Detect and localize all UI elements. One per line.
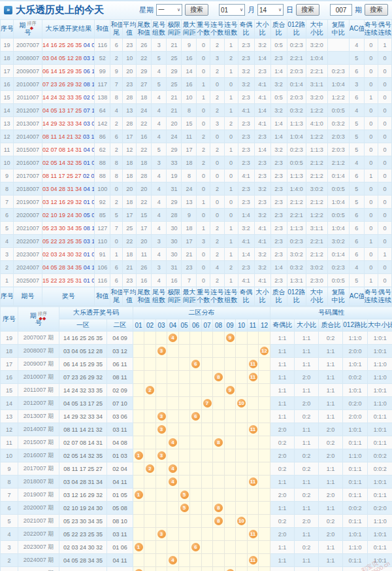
- value-cell: 9: [182, 39, 197, 52]
- value-cell: 2:1:2: [327, 156, 349, 169]
- value-cell: 0: [378, 222, 391, 235]
- value-cell: 1:4: [270, 261, 287, 274]
- distribution-cell: [133, 410, 144, 423]
- period-cell: 2009007 期: [18, 358, 59, 371]
- table-row: 92017007 期08 11 17 25 2702 04240:20:21:1…: [1, 462, 392, 476]
- attr-value-cell: 1:1: [295, 554, 319, 567]
- value-cell: 2:3: [270, 182, 287, 196]
- issue-input[interactable]: [330, 4, 352, 16]
- group-header-attributes: 号码属性: [270, 307, 392, 319]
- distribution-cell: [167, 449, 179, 462]
- back-number-ball: 1: [135, 491, 143, 499]
- distribution-cell: [259, 489, 270, 502]
- value-cell: 24: [182, 182, 197, 196]
- column-header-sortable[interactable]: 期排序◆◆号: [18, 307, 59, 332]
- value-cell: 2: [110, 52, 123, 65]
- value-cell: 0: [378, 104, 391, 117]
- value-cell: 6: [349, 209, 364, 222]
- distribution-cell: [167, 397, 179, 410]
- value-cell: 3:2: [254, 39, 270, 52]
- distribution-cell: [202, 541, 213, 554]
- column-header: 和值尾: [110, 20, 123, 39]
- value-cell: 25: [123, 222, 137, 235]
- value-cell: 0:0:5: [327, 274, 349, 287]
- distribution-cell: [167, 384, 179, 397]
- value-cell: 2:3: [254, 65, 270, 78]
- value-cell: 3:0:2: [287, 248, 306, 261]
- seq-cell: 14: [1, 104, 14, 117]
- front-zone-cell: 15 22 23 25 31: [59, 567, 107, 571]
- dist-col-header: 12: [259, 319, 270, 332]
- distribution-cell: [236, 462, 248, 476]
- back-zone-cell: 04 11: [107, 476, 133, 489]
- distribution-cell: [167, 358, 179, 371]
- value-cell: 22: [137, 117, 152, 130]
- table-row: 152011007 期14 24 32 33 3502 09291:11:11:…: [1, 384, 392, 397]
- back-zone-cell: 03 11: [107, 528, 133, 541]
- value-cell: 2:1:2: [306, 169, 327, 182]
- distribution-cell: [225, 528, 236, 541]
- value-cell: 20: [137, 182, 152, 196]
- distribution-cell: [259, 410, 270, 423]
- distribution-cell: [156, 358, 167, 371]
- header-text: 期: [20, 22, 26, 29]
- column-header: 012路比: [287, 287, 306, 306]
- period-cell: 2019007: [14, 196, 42, 209]
- column-header: 大中小比: [306, 20, 327, 39]
- value-cell: 17: [137, 222, 152, 235]
- back-zone-cell: 03 06: [107, 410, 133, 423]
- attr-value-cell: 0:2: [319, 515, 343, 528]
- back-number-ball: 11: [249, 360, 257, 368]
- attr-value-cell: 0:2: [270, 515, 295, 528]
- back-number-ball: 11: [249, 425, 257, 434]
- distribution-cell: [236, 554, 248, 567]
- value-cell: 4: [152, 169, 167, 182]
- day-select[interactable]: 14 ∨: [257, 4, 284, 16]
- header-line: 值: [123, 29, 136, 37]
- result-cell: 14 29 32 33 34 03 06: [42, 117, 95, 130]
- value-cell: 99: [95, 65, 110, 78]
- issue-search-button[interactable]: 搜索: [365, 4, 388, 16]
- value-cell: 0: [378, 130, 391, 143]
- attr-col-header: 奇偶比: [270, 319, 295, 332]
- week-search-button[interactable]: 搜索: [185, 4, 208, 16]
- value-cell: 9: [182, 209, 197, 222]
- distribution-cell: [156, 502, 167, 515]
- sort-label[interactable]: 排序: [38, 311, 47, 316]
- month-select[interactable]: 01 ∨: [219, 4, 245, 16]
- value-cell: 0: [378, 52, 391, 65]
- attr-value-cell: 2:0: [319, 528, 343, 541]
- front-zone-cell: 08 11 14 21 32: [59, 423, 107, 436]
- seq-cell: 3: [1, 248, 14, 261]
- date-search-button[interactable]: 搜索: [296, 4, 319, 16]
- distribution-cell: [144, 515, 156, 528]
- back-number-ball: 11: [249, 556, 257, 564]
- attr-value-cell: 0:2: [295, 462, 319, 476]
- group-header-distribution: 二区分布: [133, 307, 270, 319]
- back-numbers: 03 06: [82, 120, 95, 127]
- back-number-ball: 4: [169, 477, 177, 486]
- distribution-cell: [167, 371, 179, 384]
- back-numbers: 06 11: [82, 68, 95, 75]
- back-zone-cell: 08 10: [107, 515, 133, 528]
- column-header-sortable[interactable]: 期排序◆号: [14, 20, 42, 39]
- result-cell: 08 11 17 25 27 02 04: [42, 169, 95, 182]
- distribution-cell: 6: [190, 541, 202, 554]
- distribution-cell: [213, 384, 225, 397]
- seq-cell: 8: [1, 476, 18, 489]
- attr-value-cell: 1:1: [270, 358, 295, 371]
- week-select[interactable]: 一 ∨: [156, 4, 182, 16]
- front-zone-cell: 05 22 23 25 35: [59, 528, 107, 541]
- header-line: 连号: [225, 288, 238, 296]
- day-label: 日: [286, 5, 293, 15]
- back-number-ball: 2: [146, 386, 154, 394]
- column-header: 大小比: [254, 287, 270, 306]
- distribution-cell: 5: [179, 502, 190, 515]
- value-cell: 1: [224, 104, 238, 117]
- sort-label[interactable]: 排序: [27, 21, 37, 26]
- table-row: 1202500715 22 23 25 31 01 09116623164167…: [1, 274, 392, 287]
- value-cell: 0: [197, 39, 210, 52]
- header-line: 间距: [167, 29, 181, 37]
- table-row: 13201300714 29 32 33 34 03 0614222822420…: [1, 117, 392, 130]
- value-cell: 17: [182, 235, 197, 248]
